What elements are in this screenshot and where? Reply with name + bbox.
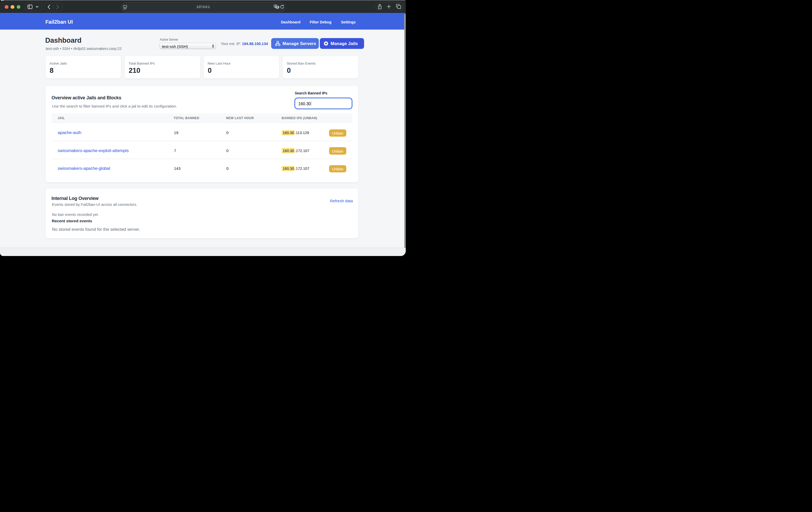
svg-text:文: 文 (276, 6, 279, 8)
